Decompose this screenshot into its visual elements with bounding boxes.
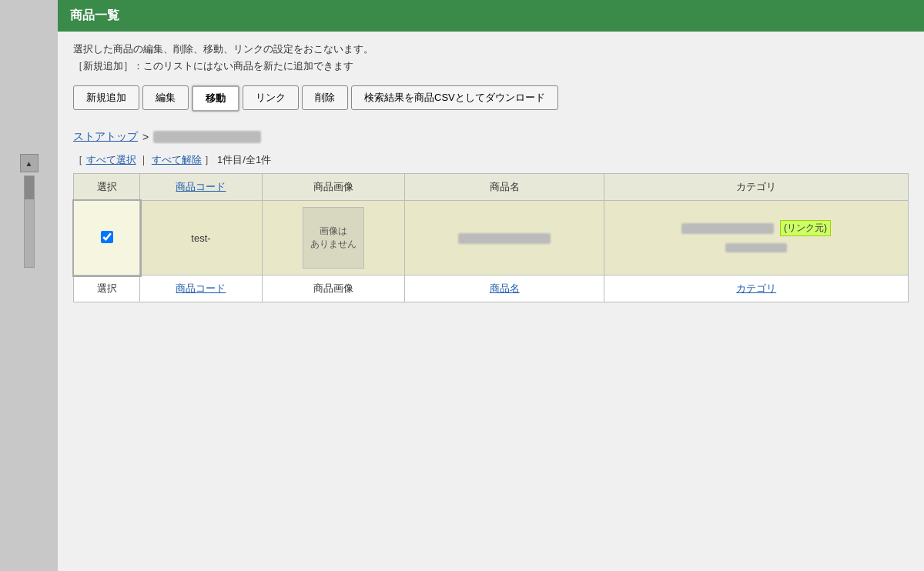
row-category-cell: (リンク元) [604, 201, 909, 275]
col-header-category[interactable]: カテゴリ [604, 174, 909, 201]
category-blurred-1 [681, 223, 774, 234]
csv-download-button[interactable]: 検索結果を商品CSVとしてダウンロード [351, 85, 558, 110]
description-line1: 選択した商品の編集、削除、移動、リンクの設定をおこないます。 [73, 42, 909, 56]
scroll-up-button[interactable]: ▲ [20, 154, 38, 172]
breadcrumb: ストアトップ > [73, 130, 909, 144]
footer-image-cell: 商品画像 [262, 275, 405, 302]
table-row: test- 画像はありません [74, 201, 909, 275]
toolbar: 新規追加 編集 移動 リンク 削除 検索結果を商品CSVとしてダウンロード [73, 85, 909, 112]
no-image-box: 画像はありません [303, 207, 364, 269]
col-header-image: 商品画像 [262, 174, 405, 201]
page-title: 商品一覧 [70, 8, 119, 22]
page-header: 商品一覧 [58, 0, 924, 32]
edit-button[interactable]: 編集 [142, 85, 189, 110]
breadcrumb-separator: > [142, 131, 149, 143]
product-table: 選択 商品コード 商品画像 商品名 カテゴリ [73, 173, 909, 302]
move-button[interactable]: 移動 [192, 85, 239, 112]
category-blurred-2 [725, 243, 787, 252]
no-image-text: 画像はありません [310, 225, 357, 251]
delete-button[interactable]: 削除 [302, 85, 348, 110]
description-line2: ［新規追加］：このリストにはない商品を新たに追加できます [73, 59, 909, 73]
store-top-link[interactable]: ストアトップ [73, 130, 138, 144]
row-select-cell[interactable] [74, 201, 140, 275]
col-header-name[interactable]: 商品名 [405, 174, 604, 201]
category-line1: (リンク元) [612, 220, 900, 236]
category-line2 [612, 239, 900, 252]
add-button[interactable]: 新規追加 [73, 85, 139, 110]
main-content: 商品一覧 選択した商品の編集、削除、移動、リンクの設定をおこないます。 ［新規追… [58, 0, 924, 571]
footer-code-cell[interactable]: 商品コード [140, 275, 262, 302]
table-controls: ［ すべて選択 ｜ すべて解除 ］ 1件目/全1件 [73, 153, 909, 167]
select-all-link[interactable]: すべて選択 [86, 154, 136, 165]
count-text: 1件目/全1件 [217, 154, 271, 165]
link-button[interactable]: リンク [243, 85, 299, 110]
col-header-select: 選択 [74, 174, 140, 201]
footer-select-cell: 選択 [74, 275, 140, 302]
col-header-code[interactable]: 商品コード [140, 174, 262, 201]
scrollbar-thumb[interactable] [25, 176, 34, 199]
content-area: 選択した商品の編集、削除、移動、リンクの設定をおこないます。 ［新規追加］：この… [58, 32, 924, 571]
footer-name-cell[interactable]: 商品名 [405, 275, 604, 302]
row-name-cell [405, 201, 604, 275]
footer-category-cell[interactable]: カテゴリ [604, 275, 909, 302]
link-badge: (リンク元) [780, 220, 831, 236]
product-code: test- [191, 232, 210, 244]
row-code-cell: test- [140, 201, 262, 275]
product-name-blurred [458, 233, 551, 244]
row-checkbox[interactable] [101, 231, 113, 243]
sidebar: ▲ [0, 0, 58, 571]
breadcrumb-category [153, 131, 261, 143]
row-image-cell: 画像はありません [262, 201, 405, 275]
scrollbar[interactable] [24, 175, 35, 268]
deselect-all-link[interactable]: すべて解除 [152, 154, 202, 165]
